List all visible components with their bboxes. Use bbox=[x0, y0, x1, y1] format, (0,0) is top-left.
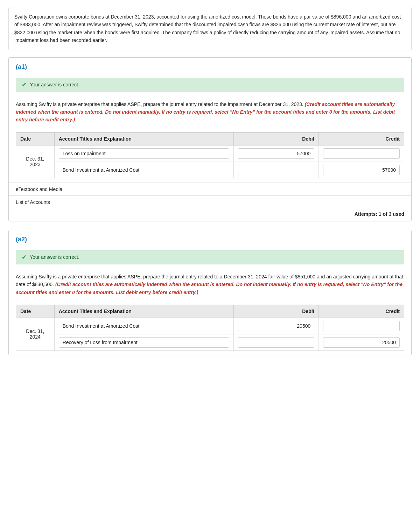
question-text-a1: Assuming Swifty is a private enterprise … bbox=[9, 96, 411, 128]
etextbook-link-a1[interactable]: eTextbook and Media bbox=[9, 183, 411, 196]
page-wrapper: Swifty Corporation owns corporate bonds … bbox=[0, 0, 420, 371]
th-debit-a1: Debit bbox=[233, 132, 319, 145]
table-row bbox=[16, 334, 404, 350]
account-cell-a2-2 bbox=[54, 334, 233, 350]
check-icon-a2: ✔ bbox=[22, 254, 26, 261]
debit-cell-a1-1 bbox=[233, 145, 319, 162]
debit-cell-a2-1 bbox=[233, 318, 319, 334]
th-credit-a1: Credit bbox=[319, 132, 404, 145]
account-input-a2-2[interactable] bbox=[59, 337, 229, 348]
section-a2-label: (a2) bbox=[9, 230, 411, 246]
credit-cell-a2-1 bbox=[319, 318, 404, 334]
th-debit-a2: Debit bbox=[233, 305, 319, 318]
list-of-accounts-link-a1[interactable]: List of Accounts bbox=[9, 196, 411, 208]
account-input-a1-1[interactable] bbox=[59, 148, 229, 159]
question-text-a2: Assuming Swifty is a private enterprise … bbox=[9, 269, 411, 300]
table-row bbox=[16, 162, 404, 178]
journal-table-a1: Date Account Titles and Explanation Debi… bbox=[16, 132, 404, 178]
credit-input-a1-2[interactable] bbox=[323, 165, 400, 175]
check-icon-a1: ✔ bbox=[22, 81, 26, 88]
debit-input-a1-2[interactable] bbox=[238, 165, 315, 175]
account-cell-a1-2 bbox=[54, 162, 233, 178]
section-a1: (a1) ✔ Your answer is correct. Assuming … bbox=[8, 57, 412, 221]
correct-banner-a1: ✔ Your answer is correct. bbox=[16, 78, 404, 92]
credit-cell-a2-2 bbox=[319, 334, 404, 350]
debit-input-a1-1[interactable] bbox=[238, 148, 315, 159]
credit-cell-a1-2 bbox=[319, 162, 404, 178]
account-input-a1-2[interactable] bbox=[59, 165, 229, 175]
th-date-a2: Date bbox=[16, 305, 55, 318]
debit-input-a2-1[interactable] bbox=[238, 321, 315, 331]
instruction-a2: (Credit account titles are automatically… bbox=[16, 282, 402, 295]
table-row: Dec. 31, 2023 bbox=[16, 145, 404, 162]
correct-message-a2: Your answer is correct. bbox=[30, 254, 79, 260]
account-cell-a2-1 bbox=[54, 318, 233, 334]
intro-text: Swifty Corporation owns corporate bonds … bbox=[14, 14, 401, 43]
question-body-a1: Assuming Swifty is a private enterprise … bbox=[16, 101, 303, 107]
debit-cell-a1-2 bbox=[233, 162, 319, 178]
th-account-a1: Account Titles and Explanation bbox=[54, 132, 233, 145]
th-date-a1: Date bbox=[16, 132, 55, 145]
date-cell-a1: Dec. 31, 2023 bbox=[16, 145, 55, 178]
date-cell-a2: Dec. 31, 2024 bbox=[16, 318, 55, 350]
correct-message-a1: Your answer is correct. bbox=[30, 82, 79, 87]
section-a2: (a2) ✔ Your answer is correct. Assuming … bbox=[8, 230, 412, 355]
intro-text-block: Swifty Corporation owns corporate bonds … bbox=[8, 7, 412, 50]
account-input-a2-1[interactable] bbox=[59, 321, 229, 331]
correct-banner-a2: ✔ Your answer is correct. bbox=[16, 250, 404, 264]
credit-cell-a1-1 bbox=[319, 145, 404, 162]
table-row: Dec. 31, 2024 bbox=[16, 318, 404, 334]
credit-input-a2-2[interactable] bbox=[323, 337, 400, 348]
debit-cell-a2-2 bbox=[233, 334, 319, 350]
th-credit-a2: Credit bbox=[319, 305, 404, 318]
account-cell-a1-1 bbox=[54, 145, 233, 162]
attempts-a1: Attempts: 1 of 3 used bbox=[9, 208, 411, 221]
debit-input-a2-2[interactable] bbox=[238, 337, 315, 348]
journal-table-a2: Date Account Titles and Explanation Debi… bbox=[16, 305, 404, 351]
th-account-a2: Account Titles and Explanation bbox=[54, 305, 233, 318]
section-a1-label: (a1) bbox=[9, 58, 411, 73]
credit-input-a1-1[interactable] bbox=[323, 148, 400, 159]
credit-input-a2-1[interactable] bbox=[323, 321, 400, 331]
